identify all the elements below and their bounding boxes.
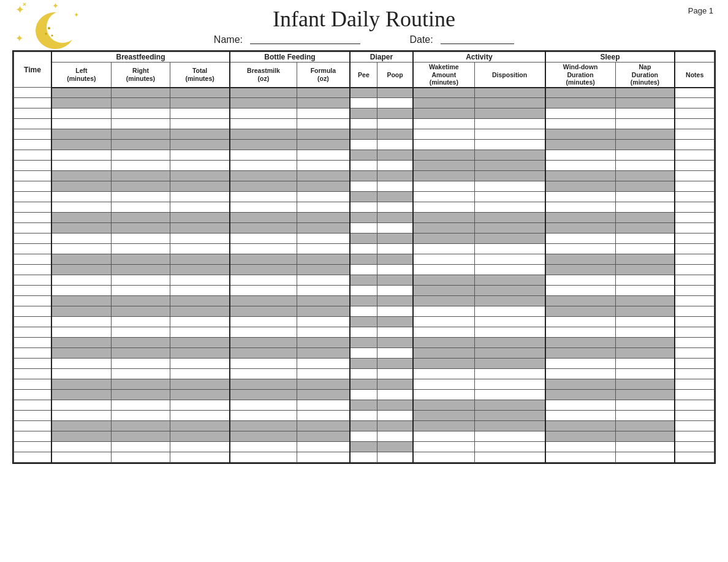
nap-cell[interactable] xyxy=(615,150,675,161)
left-cell[interactable] xyxy=(51,119,111,129)
formula-cell[interactable] xyxy=(297,306,350,317)
notes-cell[interactable] xyxy=(675,452,714,463)
winddown-cell[interactable] xyxy=(545,88,615,98)
right-cell[interactable] xyxy=(111,88,170,98)
formula-cell[interactable] xyxy=(297,286,350,296)
breastmilk-cell[interactable] xyxy=(230,98,297,108)
nap-cell[interactable] xyxy=(615,442,675,452)
poop-cell[interactable] xyxy=(377,348,414,359)
pee-cell[interactable] xyxy=(350,202,377,213)
nap-cell[interactable] xyxy=(615,119,675,129)
poop-cell[interactable] xyxy=(377,161,414,171)
waketime-cell[interactable] xyxy=(413,108,474,119)
pee-cell[interactable] xyxy=(350,244,377,254)
pee-cell[interactable] xyxy=(350,108,377,119)
breastmilk-cell[interactable] xyxy=(230,390,297,400)
notes-cell[interactable] xyxy=(675,359,714,369)
winddown-cell[interactable] xyxy=(545,327,615,338)
notes-cell[interactable] xyxy=(675,379,714,390)
waketime-cell[interactable] xyxy=(413,150,474,161)
poop-cell[interactable] xyxy=(377,442,414,452)
poop-cell[interactable] xyxy=(377,286,414,296)
breastmilk-cell[interactable] xyxy=(230,421,297,431)
disposition-cell[interactable] xyxy=(474,286,545,296)
waketime-cell[interactable] xyxy=(413,192,474,202)
formula-cell[interactable] xyxy=(297,192,350,202)
left-cell[interactable] xyxy=(51,254,111,265)
formula-cell[interactable] xyxy=(297,317,350,327)
nap-cell[interactable] xyxy=(615,286,675,296)
notes-cell[interactable] xyxy=(675,129,714,140)
nap-cell[interactable] xyxy=(615,390,675,400)
total-cell[interactable] xyxy=(170,161,230,171)
disposition-cell[interactable] xyxy=(474,348,545,359)
left-cell[interactable] xyxy=(51,369,111,379)
winddown-cell[interactable] xyxy=(545,150,615,161)
total-cell[interactable] xyxy=(170,129,230,140)
breastmilk-cell[interactable] xyxy=(230,296,297,306)
poop-cell[interactable] xyxy=(377,431,414,442)
disposition-cell[interactable] xyxy=(474,119,545,129)
breastmilk-cell[interactable] xyxy=(230,306,297,317)
waketime-cell[interactable] xyxy=(413,286,474,296)
breastmilk-cell[interactable] xyxy=(230,88,297,98)
pee-cell[interactable] xyxy=(350,171,377,181)
waketime-cell[interactable] xyxy=(413,244,474,254)
poop-cell[interactable] xyxy=(377,338,414,348)
breastmilk-cell[interactable] xyxy=(230,108,297,119)
poop-cell[interactable] xyxy=(377,213,414,223)
winddown-cell[interactable] xyxy=(545,431,615,442)
left-cell[interactable] xyxy=(51,442,111,452)
total-cell[interactable] xyxy=(170,348,230,359)
formula-cell[interactable] xyxy=(297,98,350,108)
nap-cell[interactable] xyxy=(615,265,675,275)
notes-cell[interactable] xyxy=(675,119,714,129)
nap-cell[interactable] xyxy=(615,359,675,369)
left-cell[interactable] xyxy=(51,379,111,390)
breastmilk-cell[interactable] xyxy=(230,359,297,369)
formula-cell[interactable] xyxy=(297,202,350,213)
disposition-cell[interactable] xyxy=(474,88,545,98)
formula-cell[interactable] xyxy=(297,140,350,150)
notes-cell[interactable] xyxy=(675,442,714,452)
breastmilk-cell[interactable] xyxy=(230,161,297,171)
formula-cell[interactable] xyxy=(297,431,350,442)
left-cell[interactable] xyxy=(51,223,111,234)
notes-cell[interactable] xyxy=(675,234,714,244)
formula-cell[interactable] xyxy=(297,234,350,244)
notes-cell[interactable] xyxy=(675,348,714,359)
pee-cell[interactable] xyxy=(350,161,377,171)
poop-cell[interactable] xyxy=(377,369,414,379)
total-cell[interactable] xyxy=(170,140,230,150)
time-cell[interactable] xyxy=(14,379,51,390)
right-cell[interactable] xyxy=(111,348,170,359)
left-cell[interactable] xyxy=(51,150,111,161)
total-cell[interactable] xyxy=(170,369,230,379)
disposition-cell[interactable] xyxy=(474,192,545,202)
poop-cell[interactable] xyxy=(377,452,414,463)
disposition-cell[interactable] xyxy=(474,181,545,192)
notes-cell[interactable] xyxy=(675,390,714,400)
breastmilk-cell[interactable] xyxy=(230,171,297,181)
total-cell[interactable] xyxy=(170,421,230,431)
winddown-cell[interactable] xyxy=(545,192,615,202)
formula-cell[interactable] xyxy=(297,171,350,181)
waketime-cell[interactable] xyxy=(413,161,474,171)
time-cell[interactable] xyxy=(14,213,51,223)
breastmilk-cell[interactable] xyxy=(230,150,297,161)
breastmilk-cell[interactable] xyxy=(230,192,297,202)
time-cell[interactable] xyxy=(14,181,51,192)
breastmilk-cell[interactable] xyxy=(230,213,297,223)
nap-cell[interactable] xyxy=(615,202,675,213)
poop-cell[interactable] xyxy=(377,244,414,254)
time-cell[interactable] xyxy=(14,108,51,119)
total-cell[interactable] xyxy=(170,338,230,348)
pee-cell[interactable] xyxy=(350,275,377,286)
notes-cell[interactable] xyxy=(675,254,714,265)
right-cell[interactable] xyxy=(111,244,170,254)
disposition-cell[interactable] xyxy=(474,108,545,119)
nap-cell[interactable] xyxy=(615,400,675,411)
disposition-cell[interactable] xyxy=(474,338,545,348)
formula-cell[interactable] xyxy=(297,338,350,348)
winddown-cell[interactable] xyxy=(545,421,615,431)
